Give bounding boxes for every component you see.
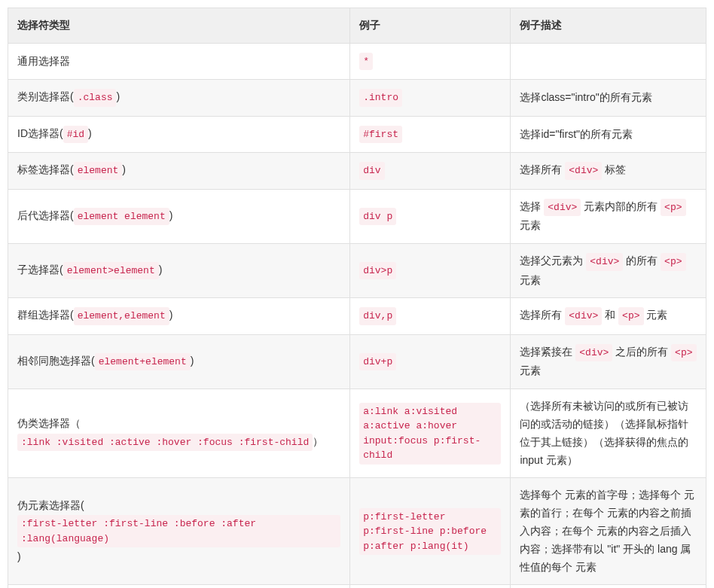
cell-desc: 选择id="first"的所有元素 — [511, 116, 706, 153]
cell-example: div,p — [350, 298, 511, 335]
code-token: <p> — [671, 344, 696, 362]
cell-example: div p — [350, 189, 511, 243]
cell-desc: 选择每个 元素的首字母；选择每个 元素的首行；在每个 元素的内容之前插入内容；在… — [511, 478, 706, 585]
code-token: div — [359, 162, 384, 180]
table-row: 伪类选择器（:link :visited :active :hover :foc… — [8, 389, 706, 478]
cell-example: div+p — [350, 334, 511, 388]
header-example: 例子 — [350, 8, 511, 44]
cell-type: 相邻同胞选择器(element+element) — [8, 334, 350, 388]
selector-table: 选择符类型 例子 例子描述 通用选择器*类别选择器(.class).intro选… — [8, 8, 706, 588]
cell-example: [target=_blank] — [350, 585, 511, 588]
cell-example: * — [350, 43, 511, 80]
code-token: .class — [74, 89, 117, 107]
code-token: <div> — [565, 162, 602, 180]
cell-example: div — [350, 153, 511, 190]
cell-type: 通用选择器 — [8, 43, 350, 80]
code-token: <div> — [544, 199, 581, 217]
code-token: <p> — [661, 199, 685, 217]
table-row: 属性选择器([attribute] [attribute=value] [att… — [8, 585, 706, 588]
code-token: a:link a:visited a:active a:hover input:… — [359, 403, 501, 465]
code-token: element>element — [63, 262, 159, 280]
code-token: div>p — [359, 262, 396, 280]
table-row: 相邻同胞选择器(element+element)div+p选择紧接在 <div>… — [8, 334, 706, 388]
table-body: 通用选择器*类别选择器(.class).intro选择class="intro"… — [8, 43, 706, 588]
code-token: <p> — [618, 307, 643, 325]
cell-type: 伪元素选择器(:first-letter :first-line :before… — [8, 478, 350, 585]
header-desc: 例子描述 — [511, 8, 706, 44]
code-token: :first-letter :first-line :before :after… — [17, 515, 340, 547]
cell-desc: 选择所有 <div> 标签 — [511, 153, 706, 190]
code-token: #id — [63, 126, 88, 144]
code-token: div,p — [359, 307, 396, 325]
cell-desc: 选择所有 <div> 和 <p> 元素 — [511, 298, 706, 335]
table-header-row: 选择符类型 例子 例子描述 — [8, 8, 706, 44]
cell-desc: （选择所有未被访问的或所有已被访问的或活动的链接）（选择鼠标指针位于其上链接）（… — [511, 389, 706, 478]
code-token: #first — [359, 126, 402, 144]
code-token: element,element — [74, 307, 169, 325]
code-token: * — [359, 53, 373, 71]
cell-example: #first — [350, 116, 511, 153]
table-row: 伪元素选择器(:first-letter :first-line :before… — [8, 478, 706, 585]
header-type: 选择符类型 — [8, 8, 350, 44]
code-token: element element — [74, 208, 169, 226]
cell-type: 属性选择器([attribute] [attribute=value] [att… — [8, 585, 350, 588]
code-token: element+element — [95, 353, 191, 371]
cell-type: 类别选择器(.class) — [8, 80, 350, 117]
table-row: 类别选择器(.class).intro选择class="intro"的所有元素 — [8, 80, 706, 117]
cell-desc: 选择 <div> 元素内部的所有 <p> 元素 — [511, 189, 706, 243]
cell-desc: 选择父元素为 <div> 的所有 <p> 元素 — [511, 244, 706, 298]
table-row: 子选择器(element>element)div>p选择父元素为 <div> 的… — [8, 244, 706, 298]
cell-type: 伪类选择器（:link :visited :active :hover :foc… — [8, 389, 350, 478]
cell-example: p:first-letter p:first-line p:before p:a… — [350, 478, 511, 585]
table-row: 群组选择器(element,element)div,p选择所有 <div> 和 … — [8, 298, 706, 335]
code-token: :link :visited :active :hover :focus :fi… — [17, 434, 313, 452]
table-row: 后代选择器(element element)div p选择 <div> 元素内部… — [8, 189, 706, 243]
cell-example: div>p — [350, 244, 511, 298]
table-row: 标签选择器(element)div选择所有 <div> 标签 — [8, 153, 706, 190]
code-token: <div> — [586, 253, 623, 271]
table-row: ID选择器(#id)#first选择id="first"的所有元素 — [8, 116, 706, 153]
code-token: div p — [359, 208, 396, 226]
cell-type: 子选择器(element>element) — [8, 244, 350, 298]
cell-example: .intro — [350, 80, 511, 117]
cell-type: 群组选择器(element,element) — [8, 298, 350, 335]
cell-desc — [511, 43, 706, 80]
code-token: p:first-letter p:first-line p:before p:a… — [359, 508, 501, 556]
cell-example: a:link a:visited a:active a:hover input:… — [350, 389, 511, 478]
code-token: element — [74, 162, 123, 180]
cell-type: 标签选择器(element) — [8, 153, 350, 190]
code-token: .intro — [359, 89, 402, 107]
code-token: <div> — [575, 344, 612, 362]
code-token: <div> — [565, 307, 602, 325]
code-token: div+p — [359, 353, 396, 371]
cell-desc: 选择class="intro"的所有元素 — [511, 80, 706, 117]
code-token: <p> — [661, 253, 685, 271]
cell-type: 后代选择器(element element) — [8, 189, 350, 243]
cell-type: ID选择器(#id) — [8, 116, 350, 153]
cell-desc: [attribute~=value]选择包含一个以空格分隔的词为value的所有… — [511, 585, 706, 588]
table-row: 通用选择器* — [8, 43, 706, 80]
cell-desc: 选择紧接在 <div> 之后的所有 <p> 元素 — [511, 334, 706, 388]
